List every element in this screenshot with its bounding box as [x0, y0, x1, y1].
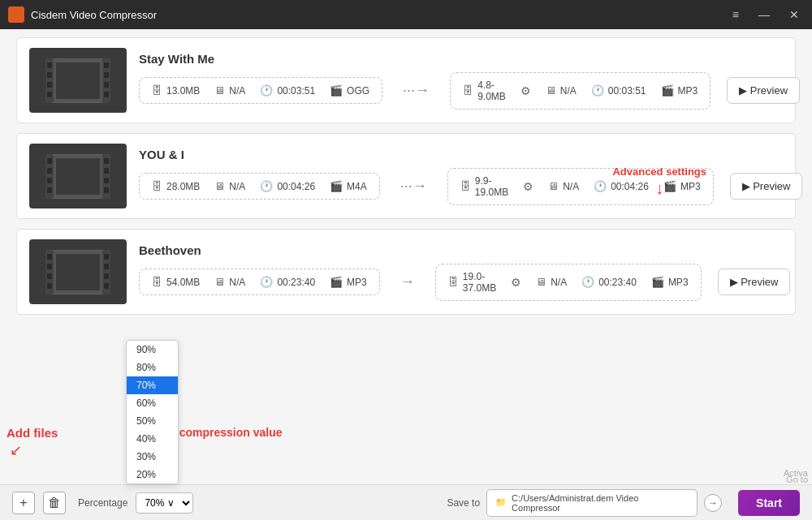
gear-icon-1[interactable]: ⚙	[520, 84, 531, 97]
add-file-button[interactable]: +	[12, 492, 35, 514]
preview-button-3[interactable]: ▶ Preview	[718, 269, 791, 295]
gear-icon-2[interactable]: ⚙	[523, 180, 533, 193]
minimize-button[interactable]: —	[754, 6, 775, 23]
svg-rect-31	[104, 254, 109, 260]
source-dur-1: 🕐 00:03:51	[260, 84, 315, 97]
svg-rect-35	[56, 254, 100, 290]
source-info-3: 🗄 54.0MB 🖥 N/A 🕐 00:23:40 🎬 MP3	[139, 269, 380, 295]
svg-rect-18	[47, 187, 52, 193]
source-info-2: 🗄 28.0MB 🖥 N/A 🕐 00:04:26 🎬 M4A	[139, 173, 380, 200]
start-button[interactable]: Start	[738, 490, 800, 516]
option-50[interactable]: 50%	[127, 412, 178, 430]
save-path-text: C:/Users/Administrat.dem Video Compresso…	[512, 493, 689, 513]
file-name-3: Beethoven	[139, 243, 790, 257]
option-20[interactable]: 20%	[127, 466, 178, 483]
add-files-label: Add files	[6, 426, 58, 440]
title-bar: Cisdem Video Compressor ≡ — ✕	[0, 0, 812, 29]
svg-rect-4	[47, 72, 52, 78]
clock-icon-2: 🕐	[260, 180, 273, 192]
monitor-icon-o2: 🖥	[548, 180, 559, 192]
source-res-2: 🖥 N/A	[214, 180, 245, 192]
open-folder-button[interactable]: →	[704, 494, 722, 512]
db-icon-2: 🗄	[152, 180, 162, 192]
svg-rect-16	[47, 168, 52, 174]
source-info-1: 🗄 13.0MB 🖥 N/A 🕐 00:03:51 🎬 OGG	[139, 77, 382, 104]
preview-button-1[interactable]: ▶ Preview	[727, 77, 800, 104]
film-icon-o1: 🎬	[661, 84, 674, 97]
output-res-2: 🖥 N/A	[548, 180, 579, 192]
bottom-bar: + 🗑 Percentage 90% 80% 70% ∨ 60% 50% 40%…	[0, 484, 812, 520]
file-row-2: 🗄 28.0MB 🖥 N/A 🕐 00:04:26 🎬 M4A	[139, 168, 802, 205]
option-30[interactable]: 30%	[127, 448, 178, 466]
title-bar-left: Cisdem Video Compressor	[8, 6, 157, 23]
svg-rect-19	[104, 158, 109, 164]
file-info-2: YOU & I 🗄 28.0MB 🖥 N/A 🕐 00:04:26	[139, 148, 802, 205]
preview-button-2[interactable]: ▶ Preview	[730, 173, 803, 200]
file-info-1: Stay With Me 🗄 13.0MB 🖥 N/A 🕐 00:03:51	[139, 52, 800, 110]
arrow-icon-1: ···→	[399, 82, 434, 99]
menu-button[interactable]: ≡	[728, 6, 744, 23]
percentage-dropdown[interactable]: 90% 80% 70% 60% 50% 40% 30% 20%	[126, 340, 179, 484]
output-info-2: 🗄 9.9-19.0MB ⚙ 🖥 N/A 🕐 00:04:26 🎬 MP	[447, 168, 714, 205]
monitor-icon-2: 🖥	[214, 180, 225, 192]
file-thumbnail-2	[29, 144, 127, 208]
source-fmt-3: 🎬 MP3	[330, 276, 367, 288]
film-strip-icon-1	[45, 58, 110, 103]
monitor-icon-1: 🖥	[214, 84, 225, 97]
svg-rect-32	[104, 264, 109, 269]
file-info-3: Beethoven 🗄 54.0MB 🖥 N/A 🕐 00:23:40	[139, 243, 790, 301]
option-70[interactable]: 70%	[127, 376, 178, 394]
source-res-3: 🖥 N/A	[214, 276, 245, 288]
output-fmt-1: 🎬 MP3	[661, 84, 698, 97]
db-icon-o2: 🗄	[460, 180, 471, 192]
svg-rect-3	[47, 62, 52, 68]
arrow-icon-3: →	[396, 273, 419, 290]
option-80[interactable]: 80%	[127, 359, 178, 376]
output-dur-2: 🕐 00:04:26	[594, 180, 649, 192]
output-size-3: 🗄 19.0-37.0MB	[448, 271, 496, 294]
output-res-1: 🖥 N/A	[546, 84, 577, 97]
delete-file-button[interactable]: 🗑	[43, 492, 66, 514]
file-row-3: 🗄 54.0MB 🖥 N/A 🕐 00:23:40 🎬 MP3	[139, 264, 790, 301]
percentage-select[interactable]: 90% 80% 70% ∨ 60% 50% 40% 30% 20%	[136, 492, 193, 514]
db-icon-3: 🗄	[152, 276, 162, 288]
source-size-2: 🗄 28.0MB	[152, 180, 200, 192]
save-to-label: Save to	[447, 497, 480, 509]
svg-rect-29	[47, 273, 52, 279]
source-fmt-2: 🎬 M4A	[330, 180, 367, 192]
db-icon-o3: 🗄	[448, 276, 459, 288]
source-dur-2: 🕐 00:04:26	[260, 180, 315, 192]
source-res-1: 🖥 N/A	[214, 84, 245, 97]
file-row-1: 🗄 13.0MB 🖥 N/A 🕐 00:03:51 🎬 OGG	[139, 72, 800, 110]
option-90[interactable]: 90%	[127, 341, 178, 359]
clock-icon-o1: 🕐	[591, 84, 604, 97]
svg-rect-30	[47, 283, 52, 289]
file-item-2: YOU & I 🗄 28.0MB 🖥 N/A 🕐 00:04:26	[16, 133, 796, 219]
svg-rect-7	[104, 62, 109, 68]
svg-rect-11	[56, 62, 100, 99]
folder-icon: 📁	[495, 497, 507, 508]
film-icon-s3: 🎬	[330, 276, 343, 288]
svg-rect-15	[47, 158, 52, 164]
svg-rect-6	[47, 92, 52, 97]
file-name-2: YOU & I	[139, 148, 802, 161]
window-controls[interactable]: ≡ — ✕	[728, 6, 804, 23]
db-icon-1: 🗄	[152, 84, 162, 97]
monitor-icon-o1: 🖥	[546, 84, 556, 97]
close-button[interactable]: ✕	[784, 6, 804, 23]
source-fmt-1: 🎬 OGG	[330, 84, 369, 97]
option-40[interactable]: 40%	[127, 430, 178, 448]
gear-icon-3[interactable]: ⚙	[511, 276, 521, 289]
svg-rect-28	[47, 264, 52, 269]
option-60[interactable]: 60%	[127, 394, 178, 412]
film-icon-s1: 🎬	[330, 84, 343, 97]
clock-icon-1: 🕐	[260, 84, 273, 97]
add-files-annotation: Add files ↙	[6, 426, 58, 459]
output-size-1: 🗄 4.8-9.0MB	[463, 80, 506, 102]
source-dur-3: 🕐 00:23:40	[260, 276, 315, 288]
output-res-3: 🖥 N/A	[536, 276, 567, 288]
svg-rect-21	[104, 178, 109, 183]
svg-rect-34	[104, 283, 109, 289]
percentage-label: Percentage	[78, 497, 127, 509]
clock-icon-o3: 🕐	[581, 276, 594, 288]
